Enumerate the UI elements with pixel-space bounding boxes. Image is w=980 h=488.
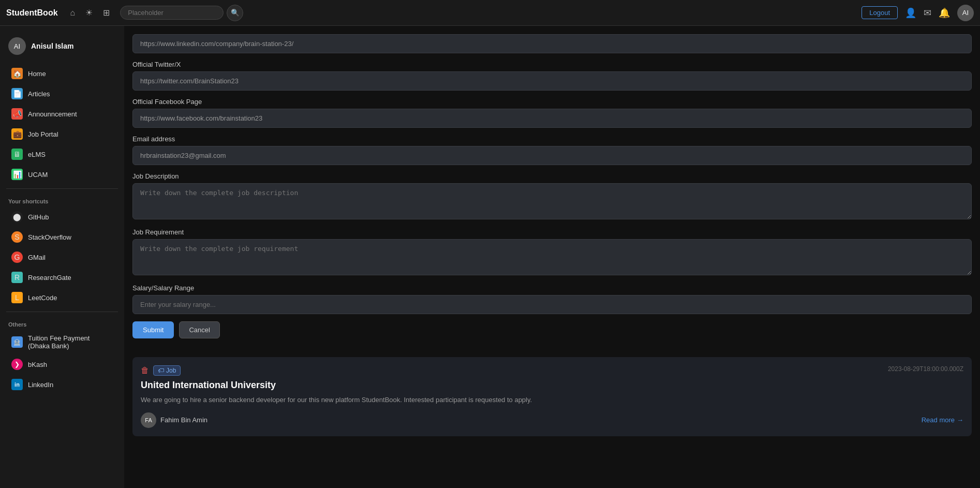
sidebar-item-elms[interactable]: 🖥 eLMS — [3, 144, 121, 164]
sidebar-item-linkedin[interactable]: in LinkedIn — [3, 375, 121, 394]
leetcode-icon: L — [11, 292, 23, 303]
sidebar-item-researchgate-label: ResearchGate — [28, 274, 71, 282]
logout-button[interactable]: Logout — [862, 6, 898, 19]
others-section-title: Others — [0, 316, 124, 330]
twitter-input[interactable] — [132, 71, 972, 91]
job-desc-label: Job Description — [132, 172, 972, 180]
sidebar-item-github-label: GitHub — [28, 213, 49, 221]
job-card-icons: 🗑 🏷 Job — [141, 365, 181, 376]
home-nav-icon: 🏠 — [11, 68, 23, 79]
sidebar-item-gmail-label: GMail — [28, 254, 46, 261]
github-icon: ⬤ — [11, 211, 23, 223]
job-desc-textarea[interactable] — [132, 183, 972, 219]
search-input[interactable] — [120, 6, 224, 20]
sidebar-divider-1 — [6, 188, 118, 189]
sidebar-user-name: Anisul Islam — [31, 42, 73, 50]
sidebar-user: AI Anisul Islam — [0, 32, 124, 63]
sidebar-item-gmail[interactable]: G GMail — [3, 247, 121, 267]
cancel-button[interactable]: Cancel — [179, 321, 219, 338]
sidebar-item-elms-label: eLMS — [28, 151, 46, 158]
user-profile-icon[interactable]: 👤 — [905, 7, 916, 19]
trash-icon[interactable]: 🗑 — [141, 366, 149, 375]
topbar: StudentBook 🔍 Logout 👤 ✉ 🔔 AI — [0, 0, 980, 26]
sidebar-item-github[interactable]: ⬤ GitHub — [3, 207, 121, 227]
search-wrap: 🔍 — [120, 5, 243, 21]
sidebar-item-ucam-label: UCAM — [28, 171, 48, 179]
job-badge: 🏷 Job — [153, 365, 181, 376]
content-area: Official Twitter/X Official Facebook Pag… — [124, 26, 980, 488]
sidebar-item-bkash-label: bKash — [28, 361, 47, 368]
shortcuts-section-title: Your shortcuts — [0, 193, 124, 206]
twitter-label: Official Twitter/X — [132, 61, 972, 68]
facebook-label: Official Facebook Page — [132, 98, 972, 106]
job-badge-label: Job — [166, 367, 176, 374]
email-form-group: Email address — [132, 135, 972, 165]
sidebar-item-home-label: Home — [28, 70, 46, 78]
sidebar-item-leetcode[interactable]: L LeetCode — [3, 288, 121, 307]
avatar[interactable]: AI — [957, 5, 974, 21]
read-more-text: Read more — [922, 416, 955, 424]
job-portal-nav-icon: 💼 — [11, 128, 23, 140]
search-button[interactable]: 🔍 — [227, 5, 243, 21]
articles-nav-icon: 📄 — [11, 88, 23, 99]
topbar-right: Logout 👤 ✉ 🔔 AI — [862, 5, 974, 21]
sidebar-item-job-portal[interactable]: 💼 Job Portal — [3, 124, 121, 144]
submit-button[interactable]: Submit — [132, 321, 174, 338]
notification-bell-icon[interactable]: 🔔 — [939, 7, 950, 19]
read-more-arrow-icon: → — [957, 416, 963, 424]
ucam-nav-icon: 📊 — [11, 169, 23, 180]
read-more-link[interactable]: Read more → — [922, 416, 963, 424]
job-badge-flag-icon: 🏷 — [158, 367, 164, 374]
sidebar-item-stackoverflow[interactable]: S StackOverflow — [3, 227, 121, 247]
sidebar-item-tuition[interactable]: 🏦 Tuition Fee Payment (Dhaka Bank) — [3, 330, 121, 354]
facebook-form-group: Official Facebook Page — [132, 98, 972, 128]
sidebar-item-articles-label: Articles — [28, 90, 50, 98]
form-section: Official Twitter/X Official Facebook Pag… — [124, 26, 980, 357]
job-card-top: 🗑 🏷 Job 2023-08-29T18:00:00.000Z — [141, 365, 963, 376]
job-author-name: Fahim Bin Amin — [160, 416, 207, 424]
researchgate-icon: R — [11, 272, 23, 283]
sidebar-avatar: AI — [8, 37, 26, 55]
sidebar-item-leetcode-label: LeetCode — [28, 294, 57, 302]
sidebar-item-home[interactable]: 🏠 Home — [3, 64, 121, 83]
sidebar-item-articles[interactable]: 📄 Articles — [3, 84, 121, 103]
linkedin-form-group — [132, 26, 972, 53]
avatar-initials: AI — [962, 9, 969, 17]
email-label: Email address — [132, 135, 972, 143]
mail-icon[interactable]: ✉ — [924, 7, 931, 19]
job-card-footer: FA Fahim Bin Amin Read more → — [141, 412, 963, 428]
sidebar-item-stackoverflow-label: StackOverflow — [28, 233, 71, 241]
elms-nav-icon: 🖥 — [11, 149, 23, 160]
linkedin-input[interactable] — [132, 34, 972, 53]
home-icon[interactable] — [68, 6, 78, 20]
email-input[interactable] — [132, 146, 972, 165]
job-description: We are going to hire a senior backend de… — [141, 395, 963, 405]
job-desc-form-group: Job Description — [132, 172, 972, 221]
gmail-icon: G — [11, 252, 23, 263]
linkedin-icon: in — [11, 379, 23, 390]
sidebar-divider-2 — [6, 312, 118, 312]
sidebar-item-announcement-label: Announncement — [28, 110, 77, 118]
sidebar-item-ucam[interactable]: 📊 UCAM — [3, 165, 121, 184]
salary-label: Salary/Salary Range — [132, 284, 972, 292]
job-req-form-group: Job Requirement — [132, 228, 972, 277]
job-req-textarea[interactable] — [132, 239, 972, 275]
job-title: United International University — [141, 380, 963, 391]
sidebar: AI Anisul Islam 🏠 Home 📄 Articles 📣 Anno… — [0, 26, 124, 488]
sidebar-item-job-portal-label: Job Portal — [28, 130, 58, 138]
grid-icon[interactable] — [101, 6, 112, 20]
job-timestamp: 2023-08-29T18:00:00.000Z — [888, 365, 963, 373]
bkash-icon: ❯ — [11, 359, 23, 370]
announcement-nav-icon: 📣 — [11, 108, 23, 120]
stackoverflow-icon: S — [11, 231, 23, 243]
twitter-form-group: Official Twitter/X — [132, 61, 972, 91]
main-layout: AI Anisul Islam 🏠 Home 📄 Articles 📣 Anno… — [0, 26, 980, 488]
job-req-label: Job Requirement — [132, 228, 972, 236]
tuition-icon: 🏦 — [11, 336, 23, 348]
salary-input[interactable] — [132, 295, 972, 314]
sidebar-item-researchgate[interactable]: R ResearchGate — [3, 268, 121, 287]
facebook-input[interactable] — [132, 109, 972, 128]
sidebar-item-bkash[interactable]: ❯ bKash — [3, 354, 121, 374]
sidebar-item-announcement[interactable]: 📣 Announncement — [3, 104, 121, 124]
brightness-icon[interactable] — [83, 6, 95, 20]
